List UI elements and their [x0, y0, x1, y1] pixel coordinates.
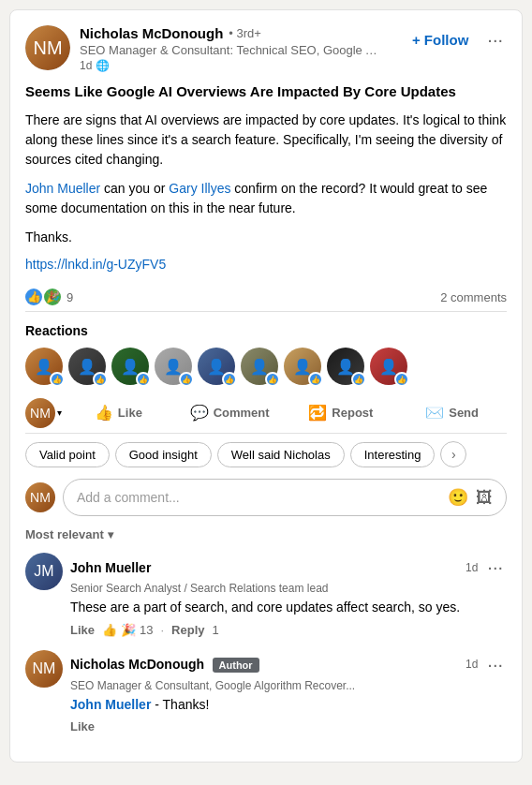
reactor-4[interactable]: 👤 👍 [155, 348, 192, 385]
globe-icon: 🌐 [96, 59, 110, 72]
like-badge-8: 👍 [351, 372, 366, 387]
send-icon: ✉️ [425, 404, 444, 422]
follow-button[interactable]: + Follow [405, 28, 476, 52]
comment-2-meta-right: 1d ··· [466, 650, 507, 679]
sort-row[interactable]: Most relevant ▾ [25, 527, 507, 541]
comment-1-like-count: 13 [140, 623, 153, 637]
comment-2-avatar[interactable]: NM [25, 650, 63, 688]
like-badge-2: 👍 [93, 372, 108, 387]
comment-1-header: John Mueller 1d ··· [70, 553, 507, 582]
post-header: NM Nicholas McDonough • 3rd+ SEO Manager… [25, 25, 507, 72]
chip-good-insight[interactable]: Good insight [115, 442, 212, 467]
commenter-avatar: NM [25, 482, 55, 512]
comment-1-more-button[interactable]: ··· [483, 553, 507, 582]
reactor-7[interactable]: 👤 👍 [284, 348, 321, 385]
comment-1-subtitle: Senior Search Analyst / Search Relations… [70, 582, 507, 595]
post-content: Seems Like Google AI Overviews Are Impac… [25, 81, 507, 272]
reply-text: - Thanks! [151, 697, 209, 712]
comment-2-subtitle: SEO Manager & Consultant, Google Algorit… [70, 679, 507, 692]
chip-well-said[interactable]: Well said Nicholas [217, 442, 345, 467]
post-body-mentions: John Mueller can you or Gary Illyes conf… [25, 179, 507, 218]
reactor-2[interactable]: 👤 👍 [68, 348, 106, 385]
comment-1-like-button[interactable]: Like [70, 623, 95, 637]
comment-2-more-button[interactable]: ··· [483, 650, 507, 679]
post-card: NM Nicholas McDonough • 3rd+ SEO Manager… [9, 9, 523, 763]
like-emoji: 👍 [25, 289, 42, 305]
chips-more-arrow[interactable]: › [440, 441, 466, 467]
comment-button[interactable]: 💬 Comment [175, 396, 285, 429]
reactor-5[interactable]: 👤 👍 [198, 348, 235, 385]
like-badge-6: 👍 [265, 372, 280, 387]
like-icon: 👍 [95, 404, 113, 422]
chip-valid-point[interactable]: Valid point [25, 442, 110, 467]
comment-input[interactable]: Add a comment... [77, 490, 448, 505]
input-icons: 🙂 🖼 [448, 487, 493, 508]
celebrate-emoji-small: 🎉 [121, 623, 136, 637]
repost-icon: 🔁 [308, 404, 327, 422]
reactor-1[interactable]: 👤 👍 [25, 348, 63, 385]
action-bar: NM ▾ 👍 Like 💬 Comment 🔁 Repost ✉️ Send [25, 392, 507, 434]
dot-separator: · [160, 623, 164, 637]
media-icon[interactable]: 🖼 [476, 488, 493, 508]
comment-input-wrap[interactable]: Add a comment... 🙂 🖼 [63, 479, 507, 516]
comment-1-reply-button[interactable]: Reply [171, 623, 204, 637]
comment-2-content: Nicholas McDonough Author 1d ··· SEO Man… [70, 650, 507, 734]
comment-input-row: NM Add a comment... 🙂 🖼 [25, 479, 507, 516]
comment-2-actions: Like [70, 719, 507, 733]
comment-2-like-button[interactable]: Like [70, 719, 95, 733]
comment-1-time: 1d [466, 561, 478, 574]
post-time: 1d [80, 59, 92, 72]
like-badge-1: 👍 [50, 372, 65, 387]
comment-2-author[interactable]: Nicholas McDonough [70, 657, 204, 672]
reactor-9[interactable]: 👤 👍 [370, 348, 407, 385]
comment-2-text: John Mueller - Thanks! [70, 696, 507, 715]
repost-button[interactable]: 🔁 Repost [287, 396, 396, 429]
celebrate-emoji: 🎉 [44, 289, 61, 305]
author-name-row: Nicholas McDonough • 3rd+ [80, 25, 379, 41]
comment-1-reply-count: 1 [213, 623, 219, 637]
suggestion-chips: Valid point Good insight Well said Nicho… [25, 441, 507, 467]
like-badge-4: 👍 [179, 372, 194, 387]
send-label: Send [449, 406, 479, 420]
comment-1-content: John Mueller 1d ··· Senior Search Analys… [70, 553, 507, 637]
self-avatar: NM [25, 398, 55, 428]
post-title: Seems Like Google AI Overviews Are Impac… [25, 81, 507, 101]
reactions-section: Reactions 👤 👍 👤 👍 👤 👍 👤 👍 👤 👍 [25, 323, 507, 385]
comment-1-meta-right: 1d ··· [466, 553, 507, 582]
reactions-title: Reactions [25, 323, 507, 338]
chevron-down-icon[interactable]: ▾ [57, 407, 62, 418]
author-info: Nicholas McDonough • 3rd+ SEO Manager & … [80, 25, 379, 72]
comment-1-reactions: 👍 🎉 13 [102, 623, 153, 637]
comment-2-header: Nicholas McDonough Author 1d ··· [70, 650, 507, 679]
comment-1-actions: Like 👍 🎉 13 · Reply 1 [70, 623, 507, 637]
reactor-3[interactable]: 👤 👍 [111, 348, 149, 385]
like-badge-9: 👍 [394, 372, 409, 387]
like-badge-7: 👍 [308, 372, 323, 387]
reactor-avatars: 👤 👍 👤 👍 👤 👍 👤 👍 👤 👍 👤 👍 [25, 348, 507, 385]
comment-label: Comment [214, 406, 270, 420]
emoji-icon[interactable]: 🙂 [448, 487, 468, 508]
sort-label: Most relevant [25, 527, 104, 541]
avatar-image: NM [25, 25, 70, 70]
like-button[interactable]: 👍 Like [64, 396, 173, 429]
author-avatar[interactable]: NM [25, 25, 70, 70]
repost-label: Repost [332, 406, 373, 420]
send-button[interactable]: ✉️ Send [397, 396, 507, 429]
mention-john[interactable]: John Mueller [25, 181, 100, 196]
like-emoji-small: 👍 [102, 623, 117, 637]
author-badge: Author [213, 658, 259, 673]
reaction-emojis[interactable]: 👍 🎉 9 [25, 289, 73, 305]
post-link[interactable]: https://lnkd.in/g-UZyFV5 [25, 257, 507, 272]
reactor-8[interactable]: 👤 👍 [327, 348, 364, 385]
comment-1-avatar[interactable]: JM [25, 553, 63, 590]
author-title: SEO Manager & Consultant: Technical SEO,… [80, 43, 379, 57]
chip-interesting[interactable]: Interesting [350, 442, 436, 467]
reactor-6[interactable]: 👤 👍 [241, 348, 278, 385]
comments-count[interactable]: 2 comments [440, 290, 507, 304]
more-options-button[interactable]: ··· [483, 25, 507, 54]
author-name[interactable]: Nicholas McDonough [80, 25, 223, 41]
comment-1-author[interactable]: John Mueller [70, 560, 151, 575]
like-label: Like [118, 406, 142, 420]
reply-mention[interactable]: John Mueller [70, 697, 151, 712]
mention-gary[interactable]: Gary Illyes [169, 181, 230, 196]
